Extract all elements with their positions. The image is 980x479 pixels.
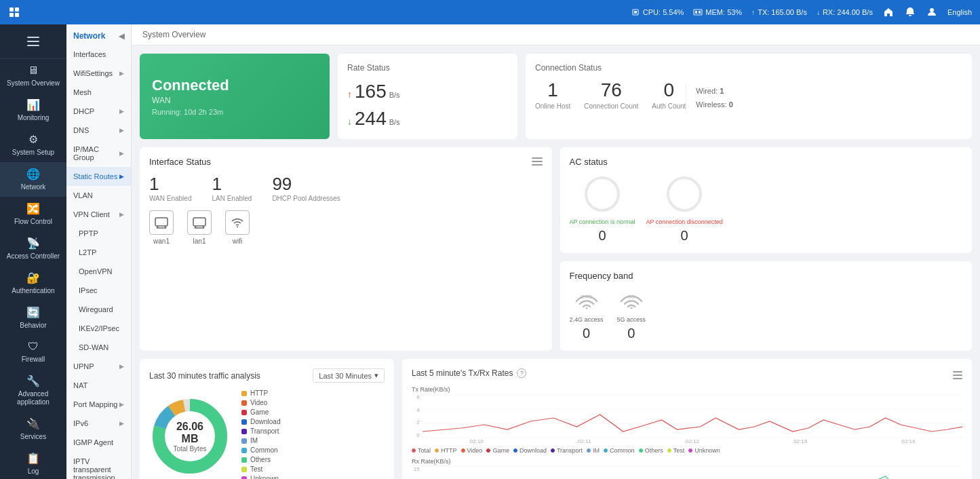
sub-menu-item-pptp[interactable]: PPTP: [66, 224, 131, 243]
topbar-left: [8, 6, 20, 18]
sub-menu-item-ipv6[interactable]: IPv6 ▶: [66, 414, 131, 433]
sidebar-item-flow-control[interactable]: 🔀 Flow Control: [0, 197, 66, 231]
sub-menu-item-dhcp[interactable]: DHCP ▶: [66, 102, 131, 121]
sidebar-item-monitoring[interactable]: 📊 Monitoring: [0, 93, 66, 128]
sidebar-item-system-overview[interactable]: 🖥 System Overview: [0, 59, 66, 93]
grid-icon[interactable]: [8, 6, 20, 18]
sub-menu-item-vpn-client[interactable]: VPN Client ▶: [66, 205, 131, 224]
dhcp-pool-stat: 99 DHCP Pool Addresses: [272, 174, 340, 202]
access-controller-icon: 📡: [26, 237, 40, 250]
sidebar-label-network: Network: [21, 183, 46, 191]
traffic-legend: HTTP Video Game Download Transport IM Co…: [241, 389, 280, 479]
advanced-application-icon: 🔧: [26, 375, 40, 387]
download-value: 244: [355, 108, 387, 130]
freq-24g-count: 0: [583, 326, 590, 341]
freq-5g-icon: 5G: [618, 288, 645, 313]
connected-status: Connected: [152, 77, 317, 94]
sidebar-item-network[interactable]: 🌐 Network: [0, 162, 66, 197]
ap-disconnected-wrap: AP connection disconnected 0: [646, 174, 722, 244]
sub-menu-item-dns[interactable]: DNS ▶: [66, 121, 131, 140]
help-icon[interactable]: ?: [517, 368, 526, 378]
frequency-band-title: Frequency band: [570, 271, 963, 281]
sub-menu-item-ipsec[interactable]: IPsec: [66, 281, 131, 300]
svg-rect-11: [27, 41, 39, 42]
svg-rect-20: [193, 218, 205, 226]
system-overview-icon: 🖥: [28, 64, 39, 77]
bottom-row: Last 30 minutes traffic analysis Last 30…: [140, 359, 972, 479]
chevron-right-icon: ▶: [119, 70, 124, 77]
svg-point-27: [668, 178, 701, 210]
sidebar-item-services[interactable]: 🔌 Services: [0, 412, 66, 446]
bell-icon[interactable]: [904, 6, 916, 18]
sub-menu-item-mesh[interactable]: Mesh: [66, 83, 131, 102]
sidebar-item-firewall[interactable]: 🛡 Firewall: [0, 335, 66, 369]
interface-status-card: Interface Status 1 WAN Enabled 1 LAN Ena…: [140, 147, 552, 351]
time-selector[interactable]: Last 30 Minutes ▾: [313, 368, 385, 383]
user-icon[interactable]: [926, 6, 938, 18]
frequency-items: 2.4G 2.4G access 0 5G 5G access 0: [570, 288, 963, 341]
svg-rect-7: [695, 11, 697, 14]
legend-download: Download: [241, 418, 280, 425]
sub-menu-item-l2tp[interactable]: L2TP: [66, 243, 131, 262]
sub-menu-item-openvpn[interactable]: OpenVPN: [66, 262, 131, 281]
sub-menu-item-wireguard[interactable]: Wireguard: [66, 300, 131, 319]
chart-menu-icon[interactable]: [953, 371, 962, 381]
sidebar-item-log[interactable]: 📋 Log: [0, 446, 66, 479]
sub-menu-item-interfaces[interactable]: Interfaces: [66, 45, 131, 64]
chart-legend-test: Test: [667, 447, 685, 454]
sub-menu-item-ikev2[interactable]: IKEv2/IPsec: [66, 319, 131, 338]
svg-rect-8: [699, 11, 701, 14]
rx-stat: ↓ RX: 244.00 B/s: [817, 8, 873, 16]
tx-chart-section: Tx Rate(KB/s) 6420: [412, 386, 962, 444]
sidebar-item-advanced-application[interactable]: 🔧 Advanced application: [0, 369, 66, 412]
mem-value: MEM: 53%: [705, 8, 742, 16]
sidebar: 🖥 System Overview 📊 Monitoring ⚙ System …: [0, 24, 66, 479]
sidebar-item-access-controller[interactable]: 📡 Access Controller: [0, 231, 66, 266]
svg-point-25: [586, 178, 619, 210]
online-host-label: Online Host: [535, 102, 570, 110]
sub-menu-item-nat[interactable]: NAT: [66, 376, 131, 395]
tx-chart-svg: [423, 394, 962, 438]
tx-value: TX: 165.00 B/s: [758, 8, 807, 16]
sub-menu-item-static-routes[interactable]: Static Routes ▶: [66, 167, 131, 186]
rx-y-axis: 151050: [412, 466, 421, 479]
ap-disconnected-label: AP connection disconnected: [646, 218, 722, 225]
sidebar-item-system-setup[interactable]: ⚙ System Setup: [0, 128, 66, 162]
sub-menu-item-ip-mac-group[interactable]: IP/MAC Group ▶: [66, 140, 131, 167]
app-body: 🖥 System Overview 📊 Monitoring ⚙ System …: [0, 24, 980, 479]
wan-enabled-value: 1: [149, 174, 191, 195]
legend-unknown: Unknown: [241, 475, 280, 479]
download-arrow-icon: ↓: [347, 116, 352, 127]
hamburger-icon[interactable]: [0, 30, 66, 53]
sub-menu-collapse-icon[interactable]: ◀: [119, 32, 124, 41]
upload-value: 165: [355, 81, 387, 102]
connection-status-title: Connection Status: [535, 63, 962, 73]
sub-menu-item-wifisettings[interactable]: WifiSettings ▶: [66, 64, 131, 83]
sub-menu-item-vlan[interactable]: VLAN: [66, 186, 131, 205]
sub-menu-item-igmp[interactable]: IGMP Agent: [66, 433, 131, 452]
language-selector[interactable]: English: [947, 8, 972, 16]
chart-legend-game: Game: [486, 447, 509, 454]
lan1-icon: [187, 210, 212, 235]
chart-legend-unknown: Unknown: [688, 447, 720, 454]
connection-status-card: Connection Status 1 Online Host 76 Conne…: [526, 54, 972, 139]
sub-menu-title: Network ◀: [66, 24, 131, 45]
wifi-interface: wifi: [225, 210, 250, 245]
sub-menu-item-sdwan[interactable]: SD-WAN: [66, 338, 131, 357]
traffic-card: Last 30 minutes traffic analysis Last 30…: [140, 359, 394, 479]
tx-x-axis: 02:1002:1102:1202:1302:14: [423, 438, 962, 444]
wan1-icon: [149, 210, 174, 235]
chart-legend-others: Others: [639, 447, 663, 454]
chevron-right-icon-ipv6: ▶: [119, 420, 124, 427]
sub-menu-item-iptv[interactable]: IPTV transparent transmission: [66, 452, 131, 479]
sidebar-item-authentication[interactable]: 🔐 Authentication: [0, 266, 66, 301]
total-bytes: 26.06 MB: [170, 420, 210, 444]
svg-rect-3: [15, 13, 19, 17]
svg-rect-2: [9, 13, 14, 17]
home-icon[interactable]: [882, 6, 895, 18]
ap-disconnected-count: 0: [681, 228, 688, 244]
sub-menu-item-upnp[interactable]: UPNP ▶: [66, 357, 131, 376]
sub-menu-item-port-mapping[interactable]: Port Mapping ▶: [66, 395, 131, 414]
rate-card: Rate Status ↑ 165 B/s ↓ 244 B/s: [338, 54, 517, 139]
sidebar-item-behavior[interactable]: 🔄 Behavior: [0, 301, 66, 335]
